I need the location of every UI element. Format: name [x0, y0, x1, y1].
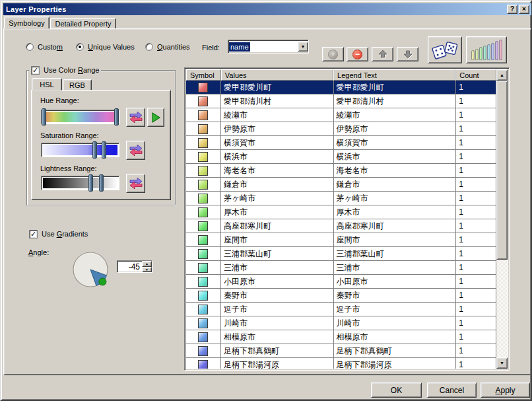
table-row[interactable]: 逗子市 逗子市 1	[186, 303, 496, 316]
symbol-cell[interactable]	[186, 205, 221, 219]
legend-cell[interactable]: 逗子市	[334, 303, 457, 316]
checkbox-box[interactable]: ✓	[31, 66, 40, 75]
count-cell[interactable]: 1	[456, 219, 496, 233]
value-cell[interactable]: 座間市	[221, 233, 334, 247]
legend-cell[interactable]: 高座郡寒川町	[334, 219, 457, 233]
random-colors-button[interactable]	[428, 36, 462, 63]
value-cell[interactable]: 相模原市	[221, 330, 334, 344]
lightness-handle-high[interactable]	[99, 174, 104, 192]
table-row[interactable]: 足柄下郡真鶴町 足柄下郡真鶴町 1	[186, 344, 496, 358]
use-gradients-checkbox[interactable]: ✓ Use Gradients	[29, 229, 88, 238]
value-cell[interactable]: 綾瀬市	[221, 108, 334, 122]
value-cell[interactable]: 高座郡寒川町	[221, 219, 334, 233]
reverse-saturation-button[interactable]	[126, 141, 145, 160]
move-up-button[interactable]	[372, 47, 393, 61]
angle-spinbox[interactable]: -45 ▲ ▼	[117, 260, 152, 273]
field-combobox[interactable]: name ▼	[228, 40, 309, 54]
tab-symbology[interactable]: Symbology	[4, 17, 50, 29]
value-cell[interactable]: 鎌倉市	[221, 178, 334, 192]
lightness-range-slider[interactable]	[41, 176, 119, 190]
symbol-cell[interactable]	[186, 289, 221, 303]
tab-rgb[interactable]: RGB	[63, 79, 92, 91]
count-cell[interactable]: 1	[456, 136, 496, 150]
remove-value-button[interactable]: −	[347, 47, 368, 61]
table-row[interactable]: 座間市 座間市 1	[186, 233, 496, 247]
legend-cell[interactable]: 小田原市	[334, 275, 457, 289]
legend-cell[interactable]: 秦野市	[334, 289, 457, 303]
cancel-button[interactable]: Cancel	[427, 383, 477, 398]
legend-cell[interactable]: 足柄下郡真鶴町	[334, 344, 457, 358]
legend-cell[interactable]: 横浜市	[334, 150, 457, 164]
angle-dial[interactable]	[72, 251, 110, 289]
count-cell[interactable]: 1	[456, 81, 496, 94]
animate-hue-button[interactable]	[147, 108, 164, 127]
saturation-handle-high[interactable]	[102, 141, 106, 159]
value-cell[interactable]: 横浜市	[221, 150, 334, 164]
table-scrollbar[interactable]: ▲ ▼	[496, 69, 508, 369]
symbol-cell[interactable]	[186, 150, 221, 164]
radio-circle[interactable]	[26, 43, 34, 51]
legend-cell[interactable]: 川崎市	[334, 316, 457, 330]
ok-button[interactable]: OK	[371, 383, 422, 398]
legend-cell[interactable]: 茅ヶ崎市	[334, 192, 457, 205]
scrollbar-thumb[interactable]	[496, 81, 508, 260]
spin-down-button[interactable]: ▼	[142, 267, 152, 273]
symbol-cell[interactable]	[186, 178, 221, 192]
symbol-cell[interactable]	[186, 108, 221, 122]
count-cell[interactable]: 1	[456, 316, 496, 330]
count-cell[interactable]: 1	[456, 344, 496, 358]
legend-cell[interactable]: 足柄下郡湯河原	[334, 358, 457, 369]
help-button[interactable]: ?	[507, 5, 517, 14]
count-cell[interactable]: 1	[456, 289, 496, 303]
table-row[interactable]: 愛甲郡愛川町 愛甲郡愛川町 1	[186, 81, 496, 94]
symbol-cell[interactable]	[186, 233, 221, 247]
value-cell[interactable]: 足柄下郡真鶴町	[221, 344, 334, 358]
scrollbar-track[interactable]	[496, 81, 508, 357]
table-row[interactable]: 伊勢原市 伊勢原市 1	[186, 122, 496, 136]
title-bar[interactable]: Layer Properties ? ×	[3, 3, 531, 15]
add-value-button[interactable]: +	[322, 47, 344, 61]
symbol-cell[interactable]	[186, 136, 221, 150]
scroll-up-button[interactable]: ▲	[496, 69, 508, 81]
tab-hsl[interactable]: HSL	[32, 78, 62, 91]
count-cell[interactable]: 1	[456, 164, 496, 178]
symbol-cell[interactable]	[186, 303, 221, 316]
count-cell[interactable]: 1	[456, 205, 496, 219]
column-header-symbol[interactable]: Symbol	[186, 69, 221, 81]
value-cell[interactable]: 秦野市	[221, 289, 334, 303]
table-row[interactable]: 三浦市 三浦市 1	[186, 261, 496, 275]
spin-up-button[interactable]: ▲	[142, 261, 152, 267]
column-header-legend-text[interactable]: Legend Text	[333, 69, 455, 81]
legend-cell[interactable]: 綾瀬市	[334, 108, 457, 122]
dial-knob[interactable]	[99, 278, 106, 285]
column-header-values[interactable]: Values	[221, 69, 333, 81]
legend-cell[interactable]: 横須賀市	[334, 136, 457, 150]
use-color-range-checkbox[interactable]: ✓ Use Color Range	[29, 65, 101, 75]
symbol-cell[interactable]	[186, 261, 221, 275]
close-button[interactable]: ×	[519, 5, 529, 14]
hue-handle-high[interactable]	[114, 108, 119, 126]
value-cell[interactable]: 川崎市	[221, 316, 334, 330]
count-cell[interactable]: 1	[456, 330, 496, 344]
legend-cell[interactable]: 愛甲郡愛川町	[334, 81, 457, 94]
reverse-hue-button[interactable]	[126, 108, 145, 127]
table-row[interactable]: 横須賀市 横須賀市 1	[186, 136, 496, 150]
symbol-cell[interactable]	[186, 122, 221, 136]
count-cell[interactable]: 1	[456, 150, 496, 164]
checkbox-box[interactable]: ✓	[29, 230, 38, 238]
table-row[interactable]: 高座郡寒川町 高座郡寒川町 1	[186, 219, 496, 233]
radio-unique-values[interactable]: Unique Values	[76, 42, 135, 52]
count-cell[interactable]: 1	[456, 94, 496, 108]
legend-cell[interactable]: 海老名市	[334, 164, 457, 178]
table-row[interactable]: 綾瀬市 綾瀬市 1	[186, 108, 496, 122]
symbol-cell[interactable]	[186, 94, 221, 108]
table-row[interactable]: 三浦郡葉山町 三浦郡葉山町 1	[186, 247, 496, 261]
table-row[interactable]: 海老名市 海老名市 1	[186, 164, 496, 178]
lightness-handle-low[interactable]	[88, 174, 93, 192]
value-cell[interactable]: 三浦郡葉山町	[221, 247, 334, 261]
count-cell[interactable]: 1	[456, 178, 496, 192]
legend-cell[interactable]: 愛甲郡清川村	[334, 94, 457, 108]
table-row[interactable]: 愛甲郡清川村 愛甲郡清川村 1	[186, 94, 496, 108]
saturation-range-slider[interactable]	[41, 143, 119, 157]
symbol-cell[interactable]	[186, 219, 221, 233]
